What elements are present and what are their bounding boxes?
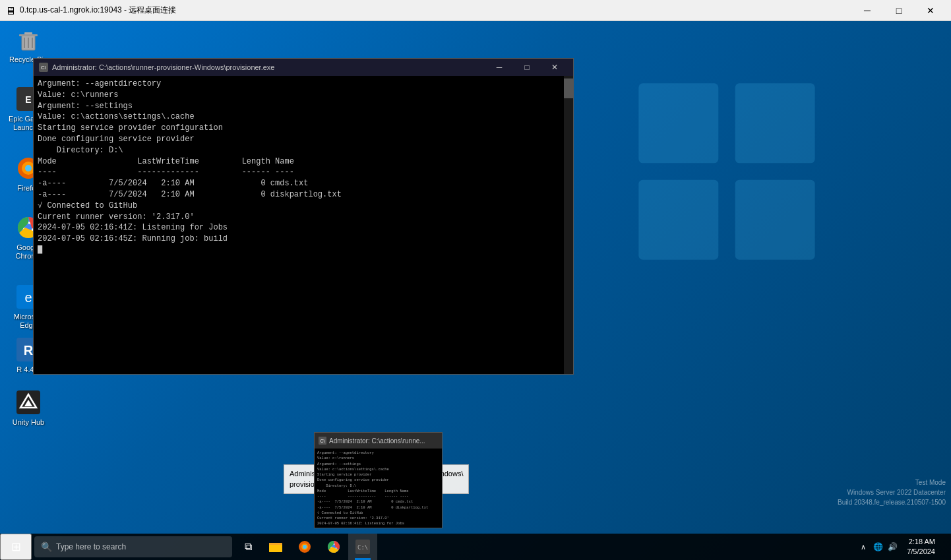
test-mode-line2: Windows Server 2022 Datacenter <box>838 487 946 497</box>
svg-rect-6 <box>24 32 32 34</box>
svg-rect-26 <box>269 545 282 552</box>
test-mode-watermark: Test Mode Windows Server 2022 Datacenter… <box>838 478 946 507</box>
rdp-minimize-button[interactable]: ─ <box>852 0 882 21</box>
cmd-scrollbar-thumb <box>564 78 573 98</box>
preview-titlebar: C\ Administrator: C:\actions\runne... <box>315 433 442 449</box>
taskbar-app-file-explorer[interactable] <box>261 534 290 560</box>
tray-volume-icon[interactable]: 🔊 <box>886 540 899 553</box>
preview-line: Mode LastWriteTime Length Name <box>317 489 439 494</box>
cmd-window-icon: C\ <box>39 63 48 72</box>
preview-line: √ Connected to GitHub <box>317 511 439 516</box>
taskbar-search-placeholder: Type here to search <box>56 542 126 551</box>
cmd-window-controls: ─ □ ✕ <box>486 59 568 75</box>
svg-rect-1 <box>735 83 815 163</box>
preview-line: -a---- 7/5/2024 2:10 AM 0 diskpartlog.tx… <box>317 505 439 511</box>
taskbar-app-firefox[interactable] <box>290 534 319 560</box>
svg-rect-5 <box>19 34 38 36</box>
svg-rect-3 <box>735 180 815 260</box>
svg-rect-27 <box>269 543 274 545</box>
windows-logo-watermark <box>634 79 819 264</box>
test-mode-line1: Test Mode <box>838 478 946 487</box>
cmd-line: -a---- 7/5/2024 2:10 AM 0 cmds.txt <box>38 178 569 189</box>
recycle-bin-icon <box>15 26 42 53</box>
rdp-window-controls: ─ □ ✕ <box>852 0 946 21</box>
cmd-line: █ <box>38 245 569 256</box>
unity-hub-icon <box>15 389 42 416</box>
cmd-line: 2024-07-05 02:16:41Z: Listening for Jobs <box>38 222 569 233</box>
taskbar-tray: ∧ 🌐 🔊 2:18 AM 7/5/2024 <box>858 534 951 560</box>
cmd-line: Value: c:\runners <box>38 90 569 101</box>
svg-point-30 <box>303 545 307 549</box>
desktop: 🖥 0.tcp.us-cal-1.ngrok.io:19043 - 远程桌面连接… <box>0 0 951 560</box>
preview-content: Argument: --agentdirectoryValue: c:\runn… <box>315 449 442 528</box>
test-mode-line3: Build 20348.fe_release.210507-1500 <box>838 497 946 507</box>
taskbar-app-cmd[interactable]: C:\ <box>348 534 377 560</box>
cmd-line: Mode LastWriteTime Length Name <box>38 156 569 168</box>
taskbar-chrome-icon <box>326 539 342 555</box>
clock-date: 7/5/2024 <box>907 547 935 557</box>
svg-rect-2 <box>638 180 718 260</box>
cmd-close-button[interactable]: ✕ <box>541 59 568 75</box>
preview-line: 2024-07-05 02:16:41Z: Listening for Jobs <box>317 521 439 526</box>
preview-line: Starting service provider <box>317 472 439 478</box>
preview-line: ---- ------------- ------ ---- <box>317 494 439 499</box>
svg-point-14 <box>25 165 32 171</box>
svg-text:E: E <box>25 94 31 105</box>
task-view-button[interactable]: ⧉ <box>235 534 261 560</box>
rdp-titlebar: 🖥 0.tcp.us-cal-1.ngrok.io:19043 - 远程桌面连接… <box>0 0 951 21</box>
desktop-icon-unity-hub[interactable]: Unity Hub <box>5 389 51 427</box>
cmd-line: Done configuring service provider <box>38 134 569 145</box>
cmd-line: Argument: --agentdirectory <box>38 78 569 90</box>
taskbar-firefox-icon <box>297 539 313 555</box>
file-explorer-icon <box>268 539 284 555</box>
clock-time: 2:18 AM <box>909 537 935 547</box>
preview-line: Current runner version: '2.317.0' <box>317 516 439 521</box>
cmd-line: -a---- 7/5/2024 2:10 AM 0 diskpartlog.tx… <box>38 189 569 201</box>
taskbar-app-chrome[interactable] <box>319 534 348 560</box>
preview-line: Done configuring service provider <box>317 478 439 483</box>
taskbar-search-icon: 🔍 <box>41 542 52 552</box>
taskbar-pinned-apps: C:\ <box>261 534 377 560</box>
cmd-line: Argument: --settings <box>38 101 569 112</box>
tray-network-icon[interactable]: 🌐 <box>871 540 884 553</box>
cmd-line: Current runner version: '2.317.0' <box>38 212 569 223</box>
svg-rect-0 <box>638 83 718 163</box>
rdp-title: 0.tcp.us-cal-1.ngrok.io:19043 - 远程桌面连接 <box>20 5 852 16</box>
rdp-maximize-button[interactable]: □ <box>884 0 914 21</box>
taskbar: ⊞ 🔍 Type here to search ⧉ <box>0 534 951 560</box>
cmd-line: ---- ------------- ------ ---- <box>38 167 569 178</box>
cmd-content[interactable]: Argument: --agentdirectoryValue: c:\runn… <box>34 76 573 374</box>
cmd-minimize-button[interactable]: ─ <box>486 59 512 75</box>
tray-icons-area: 🌐 🔊 <box>869 534 902 560</box>
unity-hub-label: Unity Hub <box>13 418 44 427</box>
cmd-scrollbar[interactable] <box>564 76 573 374</box>
rdp-close-button[interactable]: ✕ <box>915 0 946 21</box>
start-button[interactable]: ⊞ <box>0 534 32 560</box>
tray-expand-button[interactable]: ∧ <box>858 542 869 553</box>
preview-line: Argument: --settings <box>317 462 439 467</box>
preview-line: Directory: D:\ <box>317 483 439 489</box>
taskbar-preview[interactable]: C\ Administrator: C:\actions\runne... Ar… <box>314 432 443 528</box>
taskbar-search-box[interactable]: 🔍 Type here to search <box>34 536 232 557</box>
cmd-line: Value: c:\actions\settings\.cache <box>38 111 569 123</box>
cmd-line: 2024-07-05 02:16:45Z: Running job: build <box>38 233 569 245</box>
preview-screen: Argument: --agentdirectoryValue: c:\runn… <box>315 449 442 528</box>
cmd-line: Directory: D:\ <box>38 145 569 156</box>
cmd-window: C\ Administrator: C:\actions\runner-prov… <box>33 58 574 375</box>
preview-window-icon: C\ <box>319 437 326 445</box>
taskbar-clock[interactable]: 2:18 AM 7/5/2024 <box>902 534 940 560</box>
svg-text:C:\: C:\ <box>357 544 368 551</box>
svg-text:e: e <box>24 290 32 305</box>
cmd-line: √ Connected to GitHub <box>38 201 569 212</box>
preview-title: Administrator: C:\actions\runne... <box>329 437 425 445</box>
preview-line: -a---- 7/5/2024 2:10 AM 0 cmds.txt <box>317 499 439 505</box>
cmd-line: Starting service provider configuration <box>38 123 569 134</box>
notification-area[interactable] <box>940 534 948 560</box>
svg-text:R: R <box>24 343 34 358</box>
cmd-window-title: Administrator: C:\actions\runner-provisi… <box>52 63 486 71</box>
preview-line: Value: c:\runners <box>317 456 439 461</box>
cmd-maximize-button[interactable]: □ <box>514 59 540 75</box>
preview-line: 2024-07-05 02:16:45Z: Running job: build <box>317 527 439 528</box>
cmd-titlebar: C\ Administrator: C:\actions\runner-prov… <box>34 59 573 76</box>
rdp-icon: 🖥 <box>5 5 16 16</box>
